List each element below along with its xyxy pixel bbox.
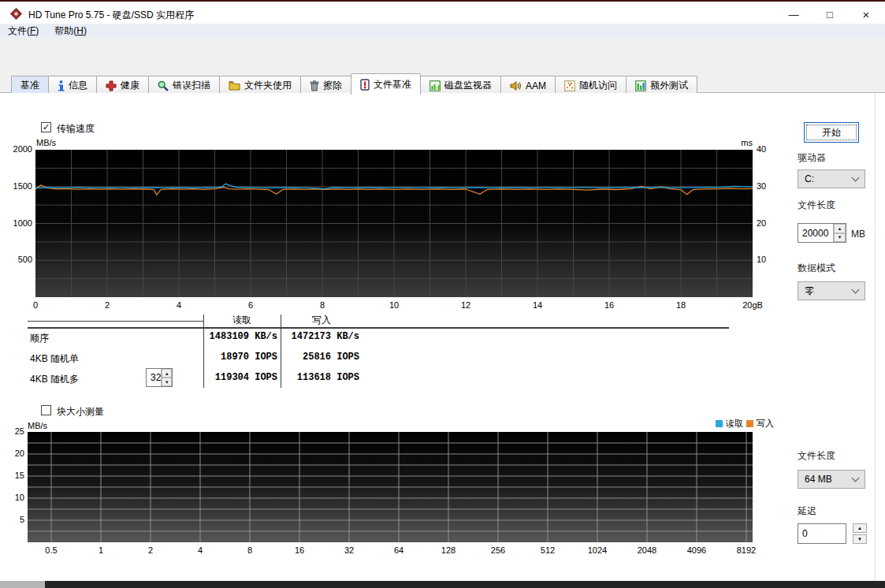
checkmark-icon: ✓ (43, 123, 50, 132)
tab-folder-usage[interactable]: 文件夹使用 (219, 76, 301, 95)
table-cell-4k-single-read: 18970 IOPS (183, 352, 277, 363)
axis-tick-label: 500 (2, 255, 32, 264)
blocksize-chart (28, 432, 753, 542)
spinner-up-icon[interactable]: ▲ (853, 523, 867, 533)
axis-tick-label: 1 (81, 545, 121, 555)
queue-depth-value: 32 (147, 369, 161, 386)
spinner-down-icon[interactable]: ▼ (162, 378, 172, 386)
menu-file[interactable]: 文件(F) (0, 24, 46, 38)
spinner-down-icon[interactable]: ▼ (834, 233, 846, 243)
table-row-label: 4KB 随机单 (30, 352, 79, 366)
tab-random-access[interactable]: 随机访问 (555, 76, 627, 95)
drive-combobox[interactable]: C: (798, 169, 865, 188)
menu-help[interactable]: 帮助(H) (46, 24, 95, 38)
file-length-spinner[interactable]: 20000 ▲▼ (798, 223, 846, 243)
transfer-chart-svg (35, 150, 753, 297)
tab-benchmark[interactable]: 基准 (11, 76, 49, 95)
folder-icon (229, 80, 240, 91)
maximize-button[interactable]: □ (816, 3, 843, 25)
transfer-speed-checkbox-label: 传输速度 (57, 122, 95, 136)
axis-tick-label: 0 (20, 300, 51, 310)
table-rule-top (28, 321, 203, 322)
tab-folder-usage-label: 文件夹使用 (244, 79, 292, 92)
disk-monitor-icon (429, 80, 441, 91)
axis-tick-label: 1000 (2, 218, 32, 228)
axis-tick-label: 12 (450, 300, 482, 310)
tab-file-benchmark[interactable]: 文件基准 (351, 73, 421, 95)
data-mode-combobox[interactable]: 零 (798, 281, 865, 300)
chart1-yright-unit: ms (733, 138, 753, 147)
start-button[interactable]: 开始 (804, 122, 859, 143)
axis-tick-label: 2 (91, 300, 123, 310)
file-length2-combobox[interactable]: 64 MB (798, 470, 865, 489)
legend-read-label: 读取 (726, 418, 743, 430)
trash-icon (310, 80, 319, 91)
close-button[interactable]: × (853, 3, 879, 25)
axis-tick-label: 10 (757, 255, 777, 264)
spinner-up-icon[interactable]: ▲ (834, 224, 846, 233)
tab-erase[interactable]: 擦除 (300, 76, 351, 95)
delay-spinner[interactable]: ▲ ▼ (853, 523, 867, 544)
chevron-down-icon (852, 174, 860, 182)
blocksize-chart-svg (28, 432, 753, 542)
axis-tick-label: 1500 (2, 181, 32, 191)
file-length-label: 文件长度 (798, 199, 835, 212)
tab-aam-label: AAM (526, 80, 546, 91)
block-size-checkbox[interactable] (41, 405, 51, 415)
spinner-down-icon[interactable]: ▼ (853, 534, 867, 544)
legend-write-label: 写入 (757, 418, 774, 430)
chart1-yleft-unit: MB/s (36, 138, 56, 147)
table-cell-4k-multi-read: 119304 IOPS (183, 372, 277, 383)
minimize-button[interactable]: — (780, 3, 807, 25)
table-rule-header (28, 327, 729, 329)
axis-tick-label: 8192 (727, 545, 766, 555)
queue-depth-arrows[interactable]: ▲▼ (161, 369, 172, 386)
spinner-up-icon[interactable]: ▲ (162, 369, 172, 378)
axis-tick-label: 5 (0, 515, 24, 524)
title-bar[interactable]: HD Tune Pro 5.75 - 硬盘/SSD 实用程序 — □ × (0, 2, 885, 24)
table-cell-seq-write: 1472173 KB/s (265, 331, 359, 342)
speaker-icon (510, 80, 522, 91)
drive-combobox-value: C: (805, 173, 814, 184)
block-size-checkbox-label: 块大小测量 (57, 405, 104, 419)
transfer-chart (35, 150, 753, 297)
tab-random-access-label: 随机访问 (579, 79, 617, 92)
tab-health-label: 健康 (121, 79, 139, 92)
transfer-speed-checkbox[interactable]: ✓ (41, 122, 51, 132)
table-cell-4k-multi-write: 113618 IOPS (265, 372, 359, 383)
tab-error-scan[interactable]: 错误扫描 (148, 76, 220, 95)
axis-tick-label: 14 (522, 300, 553, 310)
tab-benchmark-label: 基准 (20, 79, 39, 92)
file-length2-value: 64 MB (805, 474, 832, 485)
axis-tick-label: 32 (329, 545, 369, 555)
tab-disk-monitor[interactable]: 磁盘监视器 (420, 76, 501, 95)
tab-info-label: 信息 (69, 79, 87, 92)
tab-aam[interactable]: AAM (500, 76, 556, 95)
tab-info[interactable]: 信息 (48, 76, 97, 95)
delay-input[interactable]: 0 (798, 523, 846, 544)
queue-depth-spinner[interactable]: 32 ▲▼ (146, 368, 173, 387)
legend-read-swatch (716, 420, 723, 427)
menu-file-label: 文件( (8, 24, 30, 38)
axis-tick-label: 20 (0, 448, 24, 458)
info-icon (58, 80, 65, 91)
tab-extra-tests-label: 额外测试 (650, 79, 688, 92)
random-access-icon (564, 80, 575, 91)
tab-health[interactable]: 健康 (96, 76, 149, 95)
file-length-unit: MB (851, 229, 865, 240)
table-row-label: 4KB 随机多 (30, 373, 79, 386)
table-cell-seq-read: 1483109 KB/s (183, 331, 277, 342)
table-header-write: 写入 (281, 314, 363, 327)
axis-tick-label: 8 (230, 545, 270, 555)
axis-tick-label: 30 (757, 181, 777, 191)
menu-help-key: H (76, 25, 84, 36)
file-length-arrows[interactable]: ▲▼ (833, 224, 846, 242)
chart-legend: 读取 写入 (716, 418, 774, 430)
app-icon (10, 8, 22, 20)
start-button-label: 开始 (822, 126, 841, 140)
data-mode-value: 零 (805, 285, 814, 298)
tab-extra-tests[interactable]: 额外测试 (626, 76, 697, 95)
menu-bar: 文件(F) 帮助(H) (0, 24, 885, 38)
axis-tick-label: 128 (429, 545, 468, 555)
drive-label: 驱动器 (798, 151, 826, 165)
